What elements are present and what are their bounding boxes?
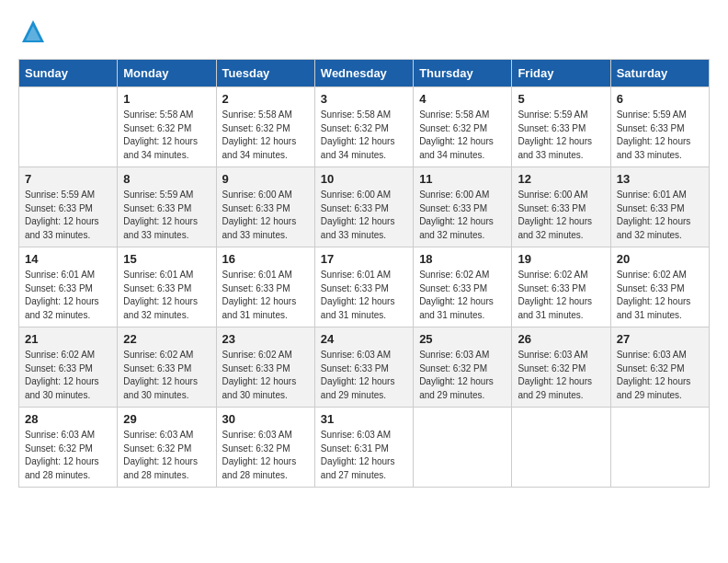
day-number: 17: [321, 252, 407, 266]
day-number: 30: [222, 412, 309, 426]
cell-info: Sunrise: 5:59 AMSunset: 6:33 PMDaylight:…: [518, 109, 592, 160]
day-number: 28: [25, 412, 111, 426]
cell-info: Sunrise: 6:02 AMSunset: 6:33 PMDaylight:…: [123, 350, 198, 400]
day-number: 3: [321, 92, 407, 106]
day-number: 12: [518, 172, 604, 186]
header-row: SundayMondayTuesdayWednesdayThursdayFrid…: [19, 60, 710, 87]
day-number: 15: [123, 252, 210, 266]
day-header-monday: Monday: [118, 60, 216, 87]
cell-info: Sunrise: 6:00 AMSunset: 6:33 PMDaylight:…: [222, 190, 297, 240]
day-cell-26: 26Sunrise: 6:03 AMSunset: 6:32 PMDayligh…: [512, 327, 610, 408]
cell-info: Sunrise: 6:03 AMSunset: 6:32 PMDaylight:…: [518, 350, 592, 400]
day-number: 31: [321, 412, 407, 426]
day-number: 7: [25, 172, 111, 186]
day-cell-16: 16Sunrise: 6:01 AMSunset: 6:33 PMDayligh…: [216, 247, 314, 327]
day-cell-24: 24Sunrise: 6:03 AMSunset: 6:33 PMDayligh…: [314, 327, 413, 408]
day-cell-1: 1Sunrise: 5:58 AMSunset: 6:32 PMDaylight…: [118, 87, 216, 167]
day-cell-6: 6Sunrise: 5:59 AMSunset: 6:33 PMDaylight…: [610, 87, 709, 167]
day-number: 23: [222, 332, 309, 346]
cell-info: Sunrise: 5:58 AMSunset: 6:32 PMDaylight:…: [419, 109, 494, 160]
cell-info: Sunrise: 6:00 AMSunset: 6:33 PMDaylight:…: [518, 190, 592, 240]
week-row-5: 28Sunrise: 6:03 AMSunset: 6:32 PMDayligh…: [19, 408, 710, 488]
day-number: 18: [419, 252, 506, 266]
week-row-4: 21Sunrise: 6:02 AMSunset: 6:33 PMDayligh…: [19, 327, 710, 408]
day-number: 21: [25, 332, 111, 346]
day-header-thursday: Thursday: [414, 60, 512, 87]
day-number: 20: [617, 252, 703, 266]
day-number: 1: [123, 92, 210, 106]
day-cell-15: 15Sunrise: 6:01 AMSunset: 6:33 PMDayligh…: [118, 247, 216, 327]
cell-info: Sunrise: 6:02 AMSunset: 6:33 PMDaylight:…: [617, 270, 691, 320]
cell-info: Sunrise: 6:03 AMSunset: 6:32 PMDaylight:…: [419, 350, 494, 400]
day-number: 11: [419, 172, 506, 186]
day-number: 5: [518, 92, 604, 106]
day-cell-13: 13Sunrise: 6:01 AMSunset: 6:33 PMDayligh…: [610, 167, 709, 247]
day-number: 6: [617, 92, 703, 106]
day-cell-11: 11Sunrise: 6:00 AMSunset: 6:33 PMDayligh…: [414, 167, 512, 247]
day-cell-8: 8Sunrise: 5:59 AMSunset: 6:33 PMDaylight…: [118, 167, 216, 247]
day-number: 2: [222, 92, 309, 106]
day-number: 4: [419, 92, 506, 106]
page-header: [18, 18, 710, 44]
empty-cell: [19, 87, 118, 167]
day-cell-10: 10Sunrise: 6:00 AMSunset: 6:33 PMDayligh…: [314, 167, 413, 247]
cell-info: Sunrise: 5:58 AMSunset: 6:32 PMDaylight:…: [321, 109, 395, 160]
day-number: 9: [222, 172, 309, 186]
day-cell-3: 3Sunrise: 5:58 AMSunset: 6:32 PMDaylight…: [314, 87, 413, 167]
day-cell-22: 22Sunrise: 6:02 AMSunset: 6:33 PMDayligh…: [118, 327, 216, 408]
day-cell-29: 29Sunrise: 6:03 AMSunset: 6:32 PMDayligh…: [118, 408, 216, 488]
day-header-saturday: Saturday: [610, 60, 709, 87]
day-number: 24: [321, 332, 407, 346]
cell-info: Sunrise: 5:59 AMSunset: 6:33 PMDaylight:…: [25, 190, 99, 240]
cell-info: Sunrise: 6:02 AMSunset: 6:33 PMDaylight:…: [518, 270, 592, 320]
day-cell-2: 2Sunrise: 5:58 AMSunset: 6:32 PMDaylight…: [216, 87, 314, 167]
day-number: 26: [518, 332, 604, 346]
day-cell-31: 31Sunrise: 6:03 AMSunset: 6:31 PMDayligh…: [314, 408, 413, 488]
cell-info: Sunrise: 6:03 AMSunset: 6:31 PMDaylight:…: [321, 430, 395, 480]
day-cell-14: 14Sunrise: 6:01 AMSunset: 6:33 PMDayligh…: [19, 247, 118, 327]
day-cell-7: 7Sunrise: 5:59 AMSunset: 6:33 PMDaylight…: [19, 167, 118, 247]
day-number: 14: [25, 252, 111, 266]
day-number: 27: [617, 332, 703, 346]
day-cell-25: 25Sunrise: 6:03 AMSunset: 6:32 PMDayligh…: [414, 327, 512, 408]
cell-info: Sunrise: 6:01 AMSunset: 6:33 PMDaylight:…: [25, 270, 99, 320]
cell-info: Sunrise: 6:01 AMSunset: 6:33 PMDaylight:…: [321, 270, 395, 320]
day-cell-20: 20Sunrise: 6:02 AMSunset: 6:33 PMDayligh…: [610, 247, 709, 327]
cell-info: Sunrise: 6:03 AMSunset: 6:32 PMDaylight:…: [123, 430, 198, 480]
logo: [18, 18, 46, 44]
cell-info: Sunrise: 6:01 AMSunset: 6:33 PMDaylight:…: [123, 270, 198, 320]
day-number: 22: [123, 332, 210, 346]
day-cell-9: 9Sunrise: 6:00 AMSunset: 6:33 PMDaylight…: [216, 167, 314, 247]
day-number: 19: [518, 252, 604, 266]
day-cell-30: 30Sunrise: 6:03 AMSunset: 6:32 PMDayligh…: [216, 408, 314, 488]
day-cell-17: 17Sunrise: 6:01 AMSunset: 6:33 PMDayligh…: [314, 247, 413, 327]
day-number: 29: [123, 412, 210, 426]
day-header-friday: Friday: [512, 60, 610, 87]
cell-info: Sunrise: 6:03 AMSunset: 6:32 PMDaylight:…: [222, 430, 297, 480]
cell-info: Sunrise: 6:00 AMSunset: 6:33 PMDaylight:…: [419, 190, 494, 240]
day-cell-12: 12Sunrise: 6:00 AMSunset: 6:33 PMDayligh…: [512, 167, 610, 247]
cell-info: Sunrise: 6:01 AMSunset: 6:33 PMDaylight:…: [617, 190, 691, 240]
cell-info: Sunrise: 6:01 AMSunset: 6:33 PMDaylight:…: [222, 270, 297, 320]
day-number: 16: [222, 252, 309, 266]
day-number: 25: [419, 332, 506, 346]
cell-info: Sunrise: 6:02 AMSunset: 6:33 PMDaylight:…: [419, 270, 494, 320]
cell-info: Sunrise: 6:03 AMSunset: 6:32 PMDaylight:…: [617, 350, 691, 400]
day-number: 10: [321, 172, 407, 186]
empty-cell: [610, 408, 709, 488]
week-row-2: 7Sunrise: 5:59 AMSunset: 6:33 PMDaylight…: [19, 167, 710, 247]
day-number: 13: [617, 172, 703, 186]
cell-info: Sunrise: 5:59 AMSunset: 6:33 PMDaylight:…: [123, 190, 198, 240]
cell-info: Sunrise: 6:03 AMSunset: 6:32 PMDaylight:…: [25, 430, 99, 480]
day-cell-28: 28Sunrise: 6:03 AMSunset: 6:32 PMDayligh…: [19, 408, 118, 488]
week-row-3: 14Sunrise: 6:01 AMSunset: 6:33 PMDayligh…: [19, 247, 710, 327]
cell-info: Sunrise: 5:58 AMSunset: 6:32 PMDaylight:…: [123, 109, 198, 160]
cell-info: Sunrise: 5:58 AMSunset: 6:32 PMDaylight:…: [222, 109, 297, 160]
day-number: 8: [123, 172, 210, 186]
day-cell-4: 4Sunrise: 5:58 AMSunset: 6:32 PMDaylight…: [414, 87, 512, 167]
day-cell-19: 19Sunrise: 6:02 AMSunset: 6:33 PMDayligh…: [512, 247, 610, 327]
logo-icon: [20, 18, 46, 44]
empty-cell: [414, 408, 512, 488]
cell-info: Sunrise: 5:59 AMSunset: 6:33 PMDaylight:…: [617, 109, 691, 160]
week-row-1: 1Sunrise: 5:58 AMSunset: 6:32 PMDaylight…: [19, 87, 710, 167]
